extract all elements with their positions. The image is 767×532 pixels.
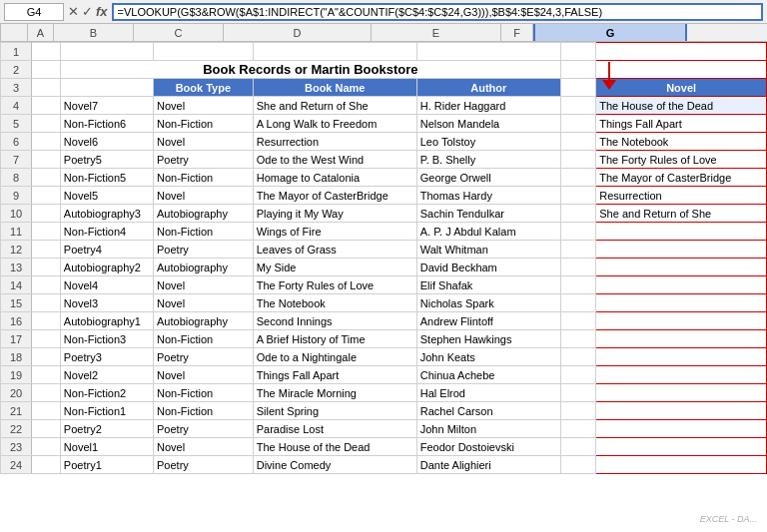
- cell-a11[interactable]: [32, 223, 61, 241]
- cell-c22[interactable]: Poetry: [154, 420, 254, 438]
- cell-a15[interactable]: [32, 294, 61, 312]
- cell-c6[interactable]: Novel: [154, 133, 254, 151]
- cell-g11[interactable]: [596, 223, 767, 241]
- cell-e24[interactable]: Dante Alighieri: [416, 456, 560, 474]
- cell-g13[interactable]: [596, 259, 767, 276]
- cell-f13[interactable]: [560, 259, 595, 276]
- cell-f14[interactable]: [560, 276, 595, 294]
- cell-f23[interactable]: [560, 438, 595, 456]
- cell-c17[interactable]: Non-Fiction: [154, 330, 254, 348]
- cell-c19[interactable]: Novel: [154, 366, 254, 384]
- cell-c24[interactable]: Poetry: [154, 456, 254, 474]
- cell-b4[interactable]: Novel7: [60, 97, 153, 115]
- cell-b5[interactable]: Non-Fiction6: [60, 115, 153, 133]
- cell-d21[interactable]: Silent Spring: [253, 402, 416, 420]
- cell-d5[interactable]: A Long Walk to Freedom: [253, 115, 416, 133]
- cell-c18[interactable]: Poetry: [154, 348, 254, 366]
- cell-f10[interactable]: [560, 205, 595, 223]
- cell-e9[interactable]: Thomas Hardy: [416, 187, 560, 205]
- cell-c16[interactable]: Autobiography: [154, 312, 254, 330]
- cell-d6[interactable]: Resurrection: [253, 133, 416, 151]
- cell-c1[interactable]: [154, 43, 254, 61]
- cell-e20[interactable]: Hal Elrod: [416, 384, 560, 402]
- cell-b11[interactable]: Non-Fiction4: [60, 223, 153, 241]
- col-header-d[interactable]: D: [224, 24, 372, 41]
- cell-g9[interactable]: Resurrection: [596, 187, 767, 205]
- col-header-b[interactable]: B: [54, 24, 134, 41]
- cell-f2[interactable]: [560, 61, 595, 79]
- cell-d18[interactable]: Ode to a Nightingale: [253, 348, 416, 366]
- cell-b12[interactable]: Poetry4: [60, 241, 153, 259]
- cell-a6[interactable]: [32, 133, 61, 151]
- cell-g7[interactable]: The Forty Rules of Love: [596, 151, 767, 169]
- cell-b18[interactable]: Poetry3: [60, 348, 153, 366]
- confirm-icon[interactable]: ✓: [82, 4, 93, 19]
- cell-d16[interactable]: Second Innings: [253, 312, 416, 330]
- cell-f24[interactable]: [560, 456, 595, 474]
- cell-f5[interactable]: [560, 115, 595, 133]
- cell-f16[interactable]: [560, 312, 595, 330]
- insert-function-icon[interactable]: fx: [96, 4, 108, 19]
- cell-g6[interactable]: The Notebook: [596, 133, 767, 151]
- formula-input[interactable]: [112, 3, 763, 21]
- cell-b19[interactable]: Novel2: [60, 366, 153, 384]
- cell-b9[interactable]: Novel5: [60, 187, 153, 205]
- cell-d22[interactable]: Paradise Lost: [253, 420, 416, 438]
- cell-b16[interactable]: Autobiography1: [60, 312, 153, 330]
- cell-f11[interactable]: [560, 223, 595, 241]
- cell-c7[interactable]: Poetry: [154, 151, 254, 169]
- cell-f7[interactable]: [560, 151, 595, 169]
- cell-d1[interactable]: [253, 43, 416, 61]
- cell-e8[interactable]: George Orwell: [416, 169, 560, 187]
- cell-g5[interactable]: Things Fall Apart: [596, 115, 767, 133]
- col-header-f[interactable]: F: [501, 24, 533, 41]
- cell-g22[interactable]: [596, 420, 767, 438]
- cell-a21[interactable]: [32, 402, 61, 420]
- cancel-icon[interactable]: ✕: [68, 4, 79, 19]
- cell-d15[interactable]: The Notebook: [253, 294, 416, 312]
- cell-b3[interactable]: [60, 79, 153, 97]
- cell-a10[interactable]: [32, 205, 61, 223]
- cell-c9[interactable]: Novel: [154, 187, 254, 205]
- cell-g18[interactable]: [596, 348, 767, 366]
- cell-b7[interactable]: Poetry5: [60, 151, 153, 169]
- cell-a22[interactable]: [32, 420, 61, 438]
- cell-e12[interactable]: Walt Whitman: [416, 241, 560, 259]
- cell-d10[interactable]: Playing it My Way: [253, 205, 416, 223]
- cell-e11[interactable]: A. P. J Abdul Kalam: [416, 223, 560, 241]
- cell-e4[interactable]: H. Rider Haggard: [416, 97, 560, 115]
- cell-a17[interactable]: [32, 330, 61, 348]
- cell-a18[interactable]: [32, 348, 61, 366]
- cell-g4[interactable]: The House of the Dead: [596, 97, 767, 115]
- cell-e10[interactable]: Sachin Tendulkar: [416, 205, 560, 223]
- cell-g16[interactable]: [596, 312, 767, 330]
- cell-c13[interactable]: Autobiography: [154, 259, 254, 276]
- cell-g8[interactable]: The Mayor of CasterBridge: [596, 169, 767, 187]
- cell-f1[interactable]: [560, 43, 595, 61]
- cell-g20[interactable]: [596, 384, 767, 402]
- cell-f8[interactable]: [560, 169, 595, 187]
- cell-f15[interactable]: [560, 294, 595, 312]
- col-header-g[interactable]: G: [533, 24, 687, 41]
- cell-b20[interactable]: Non-Fiction2: [60, 384, 153, 402]
- cell-a16[interactable]: [32, 312, 61, 330]
- cell-b23[interactable]: Novel1: [60, 438, 153, 456]
- col-header-a[interactable]: A: [28, 24, 54, 41]
- cell-b8[interactable]: Non-Fiction5: [60, 169, 153, 187]
- cell-c20[interactable]: Non-Fiction: [154, 384, 254, 402]
- cell-b15[interactable]: Novel3: [60, 294, 153, 312]
- cell-c23[interactable]: Novel: [154, 438, 254, 456]
- cell-f3[interactable]: [560, 79, 595, 97]
- cell-c4[interactable]: Novel: [154, 97, 254, 115]
- col-header-e[interactable]: E: [372, 24, 501, 41]
- cell-a20[interactable]: [32, 384, 61, 402]
- cell-b22[interactable]: Poetry2: [60, 420, 153, 438]
- cell-a23[interactable]: [32, 438, 61, 456]
- cell-b6[interactable]: Novel6: [60, 133, 153, 151]
- cell-f12[interactable]: [560, 241, 595, 259]
- cell-f19[interactable]: [560, 366, 595, 384]
- cell-f20[interactable]: [560, 384, 595, 402]
- cell-d12[interactable]: Leaves of Grass: [253, 241, 416, 259]
- cell-c11[interactable]: Non-Fiction: [154, 223, 254, 241]
- cell-e16[interactable]: Andrew Flintoff: [416, 312, 560, 330]
